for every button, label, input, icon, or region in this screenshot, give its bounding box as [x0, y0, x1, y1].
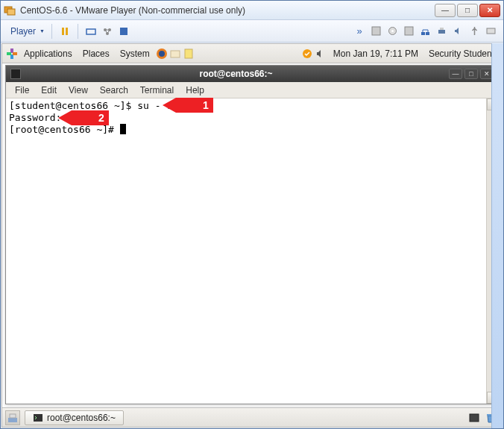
printer-icon[interactable]: [435, 25, 448, 38]
svg-rect-8: [120, 28, 127, 35]
arrow-stem: [176, 98, 198, 113]
callout-arrow-2: 2: [58, 110, 109, 125]
callout-number-2: 2: [94, 110, 109, 125]
vmware-right-scroll[interactable]: [491, 43, 503, 428]
vmware-toolbar: Player »: [1, 20, 503, 43]
guest-desktop: Applications Places System Mon Jan 19, 7…: [1, 43, 503, 428]
terminal-title: root@centos66:~: [25, 69, 447, 79]
svg-rect-30: [470, 414, 479, 422]
menu-help[interactable]: Help: [180, 84, 210, 97]
gnome-top-panel: Applications Places System Mon Jan 19, 7…: [2, 44, 502, 63]
files-icon[interactable]: [168, 47, 182, 60]
svg-rect-14: [426, 32, 429, 35]
show-desktop-button[interactable]: [5, 410, 20, 425]
svg-rect-17: [487, 28, 495, 34]
pause-icon[interactable]: [58, 25, 72, 38]
terminal-titlebar[interactable]: root@centos66:~ — □ ✕: [6, 66, 498, 82]
disk-icon[interactable]: [369, 25, 382, 38]
taskbar-label: root@centos66:~: [47, 413, 116, 423]
maximize-button[interactable]: □: [457, 4, 478, 17]
centos-icon[interactable]: [5, 47, 19, 60]
svg-rect-13: [421, 32, 425, 35]
separator: [51, 24, 52, 39]
terminal-task-icon: [33, 413, 43, 423]
callout-number-1: 1: [198, 98, 213, 113]
svg-rect-9: [372, 27, 380, 35]
volume-icon[interactable]: [314, 47, 327, 60]
arrow-tail: [163, 98, 176, 113]
vmware-title: CentOS-6.6 - VMware Player (Non-commerci…: [20, 5, 435, 16]
terminal-icon: [10, 69, 21, 79]
taskbar-terminal-button[interactable]: root@centos66:~: [25, 410, 124, 425]
device-icon[interactable]: »: [353, 25, 366, 38]
svg-rect-1: [7, 9, 15, 15]
menu-edit[interactable]: Edit: [35, 84, 63, 97]
update-icon[interactable]: [300, 47, 314, 60]
menu-terminal[interactable]: Terminal: [134, 84, 180, 97]
menu-file[interactable]: File: [9, 84, 35, 97]
arrow-stem: [72, 110, 94, 125]
menu-search[interactable]: Search: [94, 84, 134, 97]
vmware-titlebar: CentOS-6.6 - VMware Player (Non-commerci…: [1, 1, 503, 20]
terminal-body: [student@centos66 ~]$ su - root Password…: [6, 98, 498, 404]
floppy-icon[interactable]: [402, 25, 415, 38]
cd-icon[interactable]: [385, 25, 399, 38]
terminal-line-3: [root@centos66 ~]#: [9, 124, 120, 135]
sound-icon[interactable]: [451, 25, 464, 38]
svg-rect-29: [34, 414, 42, 422]
vmware-window: CentOS-6.6 - VMware Player (Non-commerci…: [0, 0, 504, 429]
tray-icon-1[interactable]: [467, 412, 481, 424]
datetime[interactable]: Mon Jan 19, 7:11 PM: [327, 48, 424, 59]
vmware-icon: [4, 4, 16, 16]
minimize-button[interactable]: —: [435, 4, 456, 17]
firefox-icon[interactable]: [155, 47, 168, 60]
terminal-maximize-button[interactable]: □: [464, 69, 478, 79]
svg-point-11: [391, 30, 394, 32]
svg-rect-4: [86, 29, 95, 34]
callout-arrow-1: 1: [163, 98, 213, 113]
unity-icon[interactable]: [101, 25, 114, 38]
applications-menu[interactable]: Applications: [19, 47, 78, 60]
cursor: [120, 124, 126, 134]
svg-rect-24: [171, 51, 180, 57]
network-icon[interactable]: [418, 25, 432, 38]
window-buttons: — □ ✕: [435, 4, 500, 17]
menu-view[interactable]: View: [63, 84, 94, 97]
terminal-window: root@centos66:~ — □ ✕ File Edit View Sea…: [5, 65, 499, 404]
svg-rect-15: [438, 30, 445, 34]
send-keys-icon[interactable]: [84, 25, 98, 38]
svg-rect-27: [8, 418, 17, 422]
terminal-content[interactable]: [student@centos66 ~]$ su - root Password…: [6, 98, 486, 404]
terminal-menubar: File Edit View Search Terminal Help: [6, 82, 498, 98]
player-menu[interactable]: Player: [5, 24, 47, 39]
arrow-tail: [58, 110, 72, 125]
close-button[interactable]: ✕: [479, 4, 500, 17]
user-menu[interactable]: Security Student: [424, 48, 499, 59]
separator: [78, 24, 78, 39]
svg-point-23: [159, 51, 165, 57]
places-menu[interactable]: Places: [78, 47, 115, 60]
terminal-minimize-button[interactable]: —: [449, 69, 462, 79]
gnome-bottom-panel: root@centos66:~: [2, 407, 502, 427]
svg-rect-25: [185, 49, 192, 58]
svg-rect-16: [440, 28, 444, 30]
svg-rect-2: [62, 28, 64, 35]
svg-rect-28: [10, 414, 16, 418]
svg-rect-20: [7, 52, 11, 55]
fullscreen-icon[interactable]: [117, 25, 130, 38]
usb-icon[interactable]: [467, 25, 481, 38]
system-menu[interactable]: System: [115, 47, 155, 60]
svg-rect-12: [405, 27, 413, 35]
notes-icon[interactable]: [182, 47, 195, 60]
svg-rect-21: [13, 52, 17, 55]
message-icon[interactable]: [484, 25, 497, 38]
svg-rect-3: [66, 28, 68, 35]
